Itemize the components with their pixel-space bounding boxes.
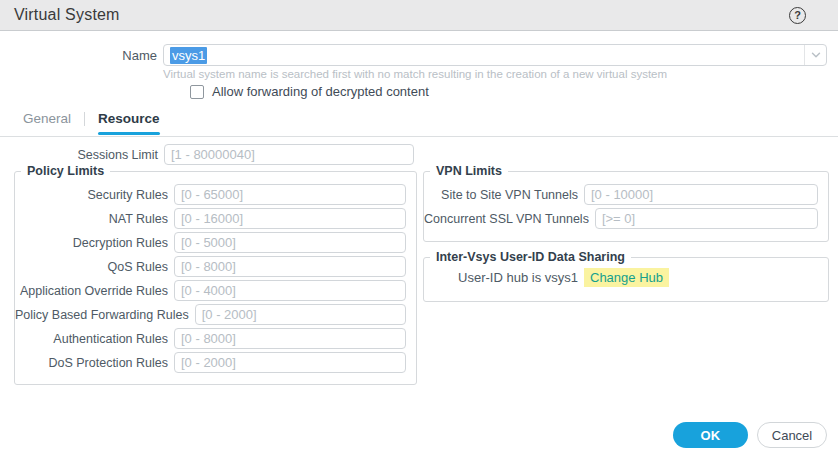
application-override-rules-row: Application Override Rules — [15, 280, 406, 301]
policy-limits-fieldset: Policy Limits Security Rules NAT Rules D… — [14, 164, 417, 385]
application-override-rules-label: Application Override Rules — [15, 284, 168, 298]
sessions-limit-row: Sessions Limit — [0, 144, 414, 165]
site-to-site-vpn-label: Site to Site VPN Tunnels — [424, 188, 578, 202]
chevron-down-icon — [810, 49, 822, 61]
user-id-hub-text: User-ID hub is vsys1 — [424, 270, 578, 285]
qos-rules-input[interactable] — [174, 256, 406, 277]
user-id-sharing-legend: Inter-Vsys User-ID Data Sharing — [430, 250, 631, 264]
decrypted-content-checkbox[interactable] — [190, 85, 204, 99]
authentication-rules-input[interactable] — [174, 328, 406, 349]
name-dropdown-trigger[interactable] — [804, 45, 826, 65]
site-to-site-vpn-input[interactable] — [584, 184, 818, 205]
site-to-site-vpn-row: Site to Site VPN Tunnels — [424, 184, 818, 205]
name-combobox[interactable]: vsys1 — [163, 44, 827, 66]
tab-divider — [84, 112, 85, 126]
tabs-divider-rule — [0, 136, 838, 137]
nat-rules-label: NAT Rules — [15, 212, 168, 226]
policy-limits-legend: Policy Limits — [21, 164, 110, 178]
tab-underline — [23, 132, 71, 135]
dos-protection-rules-label: DoS Protection Rules — [15, 356, 168, 370]
decrypted-content-checkbox-row[interactable]: Allow forwarding of decrypted content — [190, 84, 429, 99]
tab-general[interactable]: General — [14, 109, 80, 135]
dos-protection-rules-input[interactable] — [174, 352, 406, 373]
ok-button[interactable]: OK — [673, 422, 748, 448]
qos-rules-row: QoS Rules — [15, 256, 406, 277]
sessions-limit-input[interactable] — [164, 144, 414, 165]
tab-general-label: General — [23, 109, 71, 129]
application-override-rules-input[interactable] — [174, 280, 406, 301]
tab-resource-label: Resource — [98, 109, 160, 129]
name-value: vsys1 — [170, 47, 207, 64]
name-hint-text: Virtual system name is searched first wi… — [163, 68, 667, 80]
user-id-sharing-fieldset: Inter-Vsys User-ID Data Sharing User-ID … — [423, 250, 829, 302]
dialog-title: Virtual System — [14, 6, 120, 24]
decryption-rules-row: Decryption Rules — [15, 232, 406, 253]
tab-resource[interactable]: Resource — [89, 109, 169, 135]
authentication-rules-label: Authentication Rules — [15, 332, 168, 346]
sessions-limit-label: Sessions Limit — [0, 148, 158, 162]
dialog-header: Virtual System ? — [0, 0, 838, 31]
cancel-button[interactable]: Cancel — [757, 422, 827, 448]
tab-active-underline — [98, 132, 160, 135]
nat-rules-row: NAT Rules — [15, 208, 406, 229]
user-id-hub-row: User-ID hub is vsys1 Change Hub — [424, 268, 818, 287]
decryption-rules-label: Decryption Rules — [15, 236, 168, 250]
name-label: Name — [0, 48, 157, 63]
security-rules-row: Security Rules — [15, 184, 406, 205]
decrypted-content-checkbox-label: Allow forwarding of decrypted content — [212, 84, 429, 99]
security-rules-label: Security Rules — [15, 188, 168, 202]
qos-rules-label: QoS Rules — [15, 260, 168, 274]
dos-protection-rules-row: DoS Protection Rules — [15, 352, 406, 373]
policy-based-forwarding-rules-input[interactable] — [195, 304, 406, 325]
authentication-rules-row: Authentication Rules — [15, 328, 406, 349]
tab-bar: General Resource — [14, 109, 169, 135]
vpn-limits-legend: VPN Limits — [430, 164, 508, 178]
decryption-rules-input[interactable] — [174, 232, 406, 253]
security-rules-input[interactable] — [174, 184, 406, 205]
nat-rules-input[interactable] — [174, 208, 406, 229]
concurrent-ssl-vpn-input[interactable] — [595, 208, 818, 229]
concurrent-ssl-vpn-row: Concurrent SSL VPN Tunnels — [424, 208, 818, 229]
vpn-limits-fieldset: VPN Limits Site to Site VPN Tunnels Conc… — [423, 164, 829, 242]
concurrent-ssl-vpn-label: Concurrent SSL VPN Tunnels — [424, 212, 589, 226]
policy-based-forwarding-rules-row: Policy Based Forwarding Rules — [15, 304, 406, 325]
help-icon[interactable]: ? — [789, 7, 806, 24]
policy-based-forwarding-rules-label: Policy Based Forwarding Rules — [15, 308, 189, 322]
change-hub-link[interactable]: Change Hub — [584, 268, 669, 287]
name-value-area[interactable]: vsys1 — [164, 45, 804, 65]
